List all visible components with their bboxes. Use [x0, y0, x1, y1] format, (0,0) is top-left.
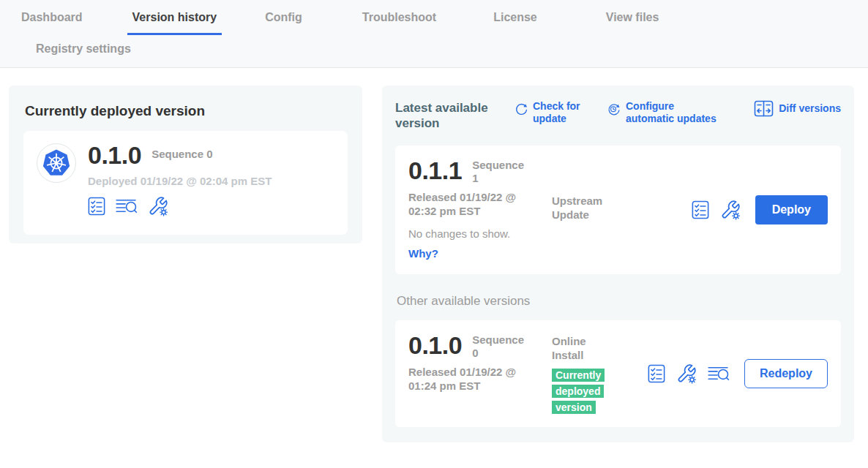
available-versions-panel: Latest available version Check for updat…: [382, 86, 854, 442]
latest-available-title: Latest available version: [395, 100, 502, 131]
current-sequence-label: Sequence 0: [151, 148, 212, 160]
tab-license[interactable]: License: [488, 11, 542, 35]
config-wrench-gear-icon[interactable]: [148, 196, 168, 216]
current-deployed-timestamp: Deployed 01/19/22 @ 02:04 pm EST: [88, 175, 272, 187]
other-source-label: Online Install: [552, 334, 593, 362]
other-version-info: 0.1.0 Sequence 0 Released 01/19/22 @ 01:…: [408, 332, 552, 415]
latest-version-header: Latest available version Check for updat…: [395, 100, 841, 131]
latest-version-card: 0.1.1 Sequence 1 Released 01/19/22 @ 02:…: [395, 146, 841, 274]
kubernetes-logo-icon: [40, 146, 73, 180]
config-wrench-gear-icon[interactable]: [720, 200, 741, 220]
configure-automatic-updates-label: Configure automatic updates: [626, 100, 722, 125]
secondary-tab-bar: Registry settings: [0, 35, 868, 67]
latest-version-actions: Deploy: [692, 195, 828, 224]
preflight-checklist-icon[interactable]: [692, 200, 709, 219]
check-for-update-link[interactable]: Check for update: [514, 100, 588, 125]
content-area: Currently deployed version: [0, 68, 868, 464]
tab-view-files[interactable]: View files: [601, 11, 665, 35]
latest-version-info: 0.1.1 Sequence 1 Released 01/19/22 @ 02:…: [408, 157, 552, 263]
other-version-actions: Redeploy: [648, 359, 828, 388]
preflight-checklist-icon[interactable]: [88, 197, 105, 216]
tab-troubleshoot[interactable]: Troubleshoot: [357, 11, 441, 35]
current-version-number: 0.1.0: [88, 142, 141, 168]
diff-versions-link[interactable]: Diff versions: [754, 100, 841, 117]
other-version-number: 0.1.0: [408, 332, 462, 358]
primary-tab-bar: Dashboard Version history Config Trouble…: [0, 11, 868, 35]
other-released-timestamp: Released 01/19/22 @ 01:24 pm EST: [408, 365, 527, 393]
other-source-column: Online Install Currently deployed versio…: [552, 332, 634, 415]
current-version-card: 0.1.0 Sequence 0 Deployed 01/19/22 @ 02:…: [23, 131, 348, 235]
currently-deployed-badge: Currently deployed version: [552, 367, 605, 415]
why-link[interactable]: Why?: [408, 247, 438, 260]
deploy-logs-icon[interactable]: [116, 197, 138, 215]
preflight-checklist-icon[interactable]: [648, 364, 665, 383]
app-header: Dashboard Version history Config Trouble…: [0, 0, 868, 68]
currently-deployed-badge-text: Currently deployed version: [552, 369, 605, 414]
deploy-logs-icon[interactable]: [708, 365, 730, 382]
tab-dashboard[interactable]: Dashboard: [16, 11, 88, 35]
other-sequence-label: Sequence 0: [472, 333, 525, 360]
other-versions-title: Other available versions: [397, 294, 841, 309]
current-version-actions: [88, 196, 272, 216]
latest-released-timestamp: Released 01/19/22 @ 02:32 pm EST: [408, 190, 527, 218]
diff-icon: [754, 100, 774, 117]
latest-sequence-label: Sequence 1: [472, 159, 525, 185]
latest-source-column: Upstream Update: [552, 157, 634, 263]
currently-deployed-title: Currently deployed version: [25, 103, 362, 119]
latest-version-number: 0.1.1: [408, 157, 462, 184]
check-for-update-label: Check for update: [533, 100, 588, 125]
diff-versions-label: Diff versions: [779, 102, 841, 115]
refresh-icon: [514, 101, 528, 116]
other-version-card: 0.1.0 Sequence 0 Released 01/19/22 @ 01:…: [395, 320, 841, 427]
latest-changes-text: No changes to show.: [408, 227, 552, 240]
current-version-info: 0.1.0 Sequence 0 Deployed 01/19/22 @ 02:…: [88, 142, 272, 224]
config-wrench-gear-icon[interactable]: [676, 363, 697, 384]
latest-source-label: Upstream Update: [552, 194, 610, 222]
configure-automatic-updates-link[interactable]: Configure automatic updates: [606, 100, 722, 125]
deploy-button[interactable]: Deploy: [755, 195, 828, 224]
tab-version-history[interactable]: Version history: [127, 11, 222, 35]
scheduled-update-icon: [606, 101, 621, 117]
redeploy-button[interactable]: Redeploy: [744, 359, 828, 388]
tab-registry-settings[interactable]: Registry settings: [31, 42, 868, 57]
tab-config[interactable]: Config: [260, 11, 307, 35]
app-logo: [37, 143, 76, 183]
currently-deployed-panel: Currently deployed version: [9, 86, 362, 244]
